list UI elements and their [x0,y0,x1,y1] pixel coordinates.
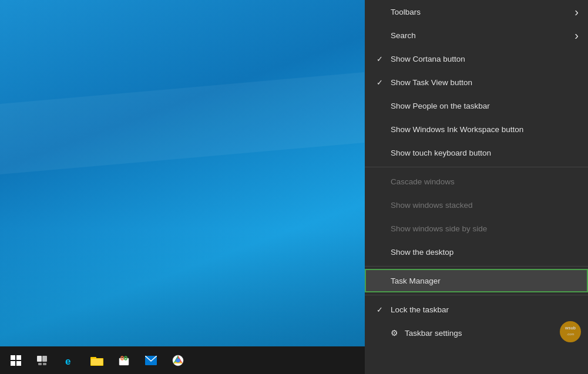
menu-label-task-manager: Task Manager [391,277,441,285]
menu-label-cascade: Cascade windows [391,177,455,186]
menu-item-show-desktop[interactable]: Show the desktop [365,240,588,264]
store-button[interactable] [110,346,137,374]
svg-rect-0 [11,355,15,360]
svg-point-22 [560,321,581,342]
chrome-button[interactable] [164,346,191,374]
menu-label-show-taskview: Show Task View button [391,78,472,87]
file-explorer-button[interactable] [83,346,110,374]
svg-rect-11 [91,359,103,365]
chrome-icon [171,353,185,368]
mail-icon [144,353,158,368]
separator-1 [365,167,588,167]
store-icon [117,353,131,368]
gear-icon: ⚙ [391,328,400,338]
menu-item-sidebyside[interactable]: Show windows side by side [365,217,588,240]
menu-item-search[interactable]: Search [365,23,588,47]
task-view-button[interactable] [29,346,56,374]
edge-button[interactable]: e [56,346,83,374]
svg-text:.com: .com [566,332,574,336]
svg-rect-6 [38,363,42,365]
svg-rect-3 [16,361,21,366]
menu-label-show-ink: Show Windows Ink Workspace button [391,125,523,134]
start-icon [9,353,23,368]
menu-item-show-touch[interactable]: Show touch keyboard button [365,141,588,164]
svg-rect-7 [43,363,46,365]
menu-item-cascade[interactable]: Cascade windows [365,170,588,193]
mail-button[interactable] [137,346,164,374]
menu-item-show-cortana[interactable]: ✓ Show Cortana button [365,47,588,70]
svg-text:e: e [65,356,70,366]
file-explorer-icon [90,353,104,368]
watermark: wsub .com [553,320,588,346]
menu-label-toolbars: Toolbars [391,8,421,16]
menu-label-show-people: Show People on the taskbar [391,102,490,110]
checkmark-icon: ✓ [377,55,388,63]
menu-label-stacked: Show windows stacked [391,201,473,210]
menu-item-show-ink[interactable]: Show Windows Ink Workspace button [365,117,588,141]
separator-2 [365,266,588,267]
menu-label-show-cortana: Show Cortana button [391,55,465,63]
edge-icon: e [63,353,77,368]
menu-item-show-taskview[interactable]: ✓ Show Task View button [365,70,588,94]
menu-label-show-touch: Show touch keyboard button [391,149,491,157]
menu-item-lock-taskbar[interactable]: ✓ Lock the taskbar [365,298,588,321]
menu-item-task-manager[interactable]: Task Manager [365,269,588,292]
svg-rect-4 [37,356,42,362]
task-view-icon [36,353,50,368]
menu-item-show-people[interactable]: Show People on the taskbar [365,94,588,117]
menu-label-lock-taskbar: Lock the taskbar [391,305,449,314]
checkmark-icon: ✓ [377,78,388,87]
start-button[interactable] [2,346,29,374]
menu-item-toolbars[interactable]: Toolbars [365,0,588,23]
menu-label-taskbar-settings: Taskbar settings [405,329,462,338]
svg-point-21 [176,358,180,362]
svg-rect-17 [125,356,127,360]
menu-item-stacked[interactable]: Show windows stacked [365,193,588,217]
menu-label-sidebyside: Show windows side by side [391,224,487,233]
context-menu: Toolbars Search ✓ Show Cortana button ✓ … [365,0,588,374]
menu-label-show-desktop: Show the desktop [391,248,453,257]
svg-rect-1 [16,355,21,360]
separator-3 [365,295,588,295]
svg-text:wsub: wsub [565,326,576,330]
svg-rect-2 [11,361,15,366]
checkmark-icon: ✓ [377,305,388,314]
menu-label-search: Search [391,31,416,40]
svg-rect-5 [42,356,47,362]
svg-rect-16 [121,356,123,360]
